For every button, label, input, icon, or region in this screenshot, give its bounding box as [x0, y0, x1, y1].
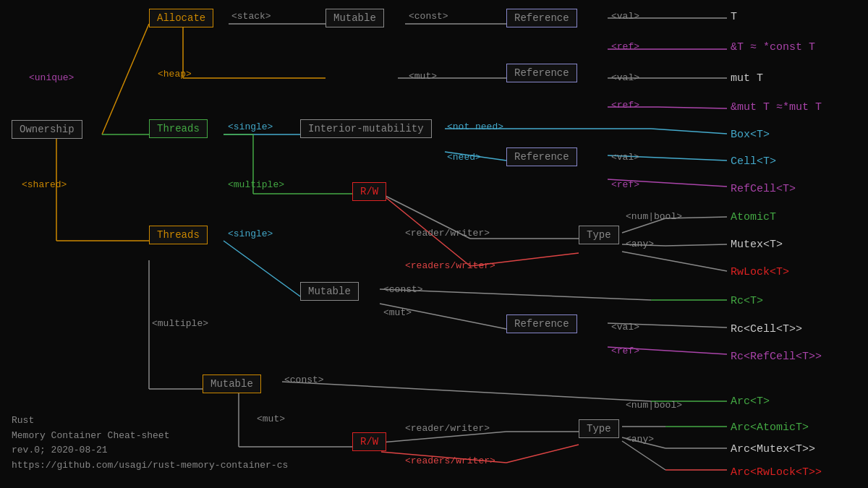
label-need: <need>	[447, 152, 481, 163]
label-num-bool2: <num|bool>	[626, 400, 682, 411]
svg-line-42	[282, 382, 651, 401]
label-multiple1: <multiple>	[228, 179, 284, 190]
result-ref-mut-T: &mut T ≈*mut T	[731, 101, 822, 114]
result-box-T: Box<T>	[731, 129, 770, 141]
svg-line-33	[622, 252, 727, 271]
label-single2: <single>	[228, 228, 273, 239]
footer-line4: https://github.com/usagi/rust-memory-con…	[12, 458, 288, 474]
label-const2: <const>	[383, 284, 423, 295]
type1-node: Type	[579, 226, 619, 244]
mutable3-node: Mutable	[203, 374, 261, 393]
label-stack: <stack>	[231, 11, 271, 22]
label-not-need: <not need>	[447, 121, 503, 132]
label-any2: <any>	[626, 434, 654, 445]
label-readers-writer1: <readers/writer>	[405, 260, 495, 271]
threads2-node: Threads	[149, 226, 208, 244]
footer-line3: rev.0; 2020-08-21	[12, 443, 288, 458]
rw1-node: R/W	[352, 182, 386, 201]
label-const1: <const>	[409, 11, 448, 22]
label-num-bool1: <num|bool>	[626, 211, 682, 222]
interior-node: Interior-mutability	[300, 119, 432, 138]
label-ref3: <ref>	[611, 179, 639, 190]
mutable1-node: Mutable	[326, 9, 384, 27]
svg-line-0	[102, 24, 149, 134]
ownership-node: Ownership	[12, 120, 82, 139]
result-mut-T: mut T	[731, 72, 763, 85]
result-refcell-T: RefCell<T>	[731, 183, 796, 195]
label-reader-writer1: <reader/writer>	[405, 228, 490, 239]
result-cell-T: Cell<T>	[731, 155, 776, 168]
result-arc-rwlock-T: Arc<RwLock<T>>	[731, 466, 822, 479]
label-mut2: <mut>	[383, 307, 412, 318]
threads1-node: Threads	[149, 119, 208, 138]
label-val3: <val>	[611, 152, 639, 163]
result-Rc-cell-T: Rc<Cell<T>>	[731, 323, 802, 335]
ref1-node: Reference	[506, 9, 577, 27]
label-mut1: <mut>	[409, 71, 437, 82]
mutable2-node: Mutable	[300, 282, 359, 301]
svg-line-49	[506, 445, 579, 463]
label-any1: <any>	[626, 239, 654, 249]
svg-line-15	[658, 107, 727, 108]
label-reader-writer2: <reader/writer>	[405, 423, 490, 434]
ref4-node: Reference	[506, 314, 577, 333]
result-atomicT: AtomicT	[731, 211, 776, 223]
label-heap: <heap>	[158, 69, 192, 80]
label-unique: <unique>	[29, 72, 74, 83]
result-T: T	[731, 11, 737, 23]
svg-line-32	[665, 244, 727, 246]
footer-line1: Rust	[12, 414, 288, 429]
label-multiple2: <multiple>	[152, 318, 208, 329]
svg-line-34	[224, 241, 300, 296]
result-Rc-refcell-T: Rc<RefCell<T>>	[731, 351, 822, 363]
footer-line2: Memory Container Cheat-sheet	[12, 429, 288, 444]
label-ref1: <ref>	[611, 41, 639, 52]
label-ref2: <ref>	[611, 100, 639, 111]
label-const3: <const>	[284, 374, 324, 385]
label-readers-writer2: <readers/writer>	[405, 455, 495, 466]
result-arc-T: Arc<T>	[731, 395, 770, 408]
label-shared: <shared>	[22, 179, 67, 190]
svg-line-54	[622, 441, 665, 470]
svg-line-18	[651, 129, 727, 134]
allocate-node: Allocate	[149, 9, 213, 27]
footer: Rust Memory Container Cheat-sheet rev.0;…	[12, 414, 288, 474]
ref3-node: Reference	[506, 147, 577, 166]
result-ref-const-T: &T ≈ *const T	[731, 41, 815, 53]
result-arc-mutex-T: Arc<Mutex<T>>	[731, 443, 815, 455]
rw2-node: R/W	[352, 432, 386, 451]
label-single1: <single>	[228, 121, 273, 132]
label-val4: <val>	[611, 322, 639, 333]
label-val2: <val>	[611, 72, 639, 83]
label-val1: <val>	[611, 11, 639, 22]
type2-node: Type	[579, 419, 619, 438]
label-ref4: <ref>	[611, 346, 639, 356]
result-rwlock-T: RwLock<T>	[731, 266, 789, 278]
result-arc-atomicT: Arc<AtomicT>	[731, 421, 809, 434]
result-Rc-T: Rc<T>	[731, 295, 763, 307]
ref2-node: Reference	[506, 64, 577, 82]
result-mutex-T: Mutex<T>	[731, 239, 783, 251]
